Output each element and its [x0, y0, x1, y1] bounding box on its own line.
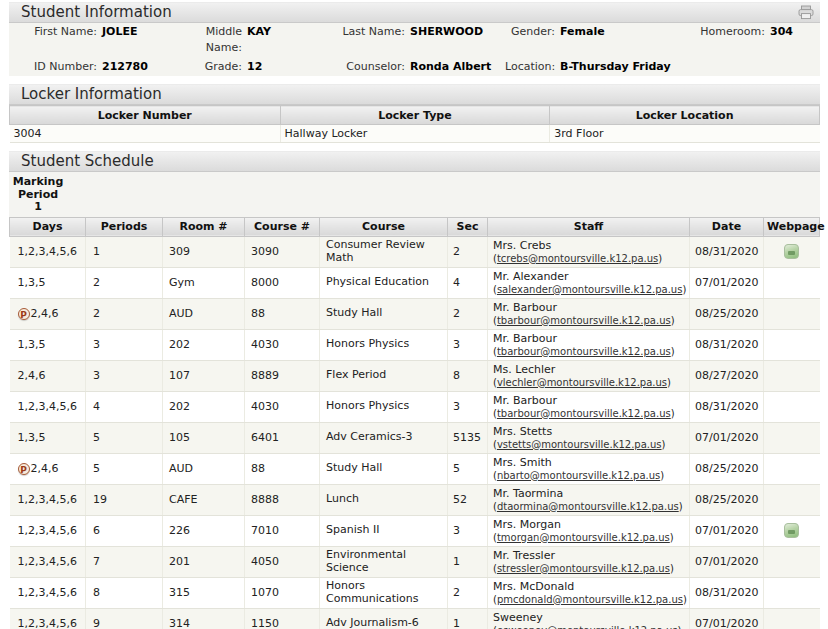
- locker-information-header: Locker Information: [9, 84, 820, 105]
- webpage-cell: [764, 546, 820, 577]
- days-value: 2,4,6: [31, 307, 59, 320]
- date-cell: 07/01/2020: [690, 422, 764, 453]
- staff-email-link[interactable]: dtaormina@montoursville.k12.pa.us: [497, 501, 679, 512]
- staff-email-link[interactable]: tbarbour@montoursville.k12.pa.us: [497, 346, 671, 357]
- days-cell: 1,2,3,4,5,6: [10, 546, 86, 577]
- locker-number-header: Locker Number: [10, 106, 281, 125]
- staff-name: Mrs. McDonald: [493, 580, 687, 593]
- webpage-cell: [764, 329, 820, 360]
- table-row: 1,2,3,4,5,6 9 314 1150 Adv Journalism-6 …: [10, 608, 820, 629]
- staff-header: Staff: [488, 217, 690, 236]
- first-name-value: JOLEE: [102, 23, 167, 57]
- period-cell: 19: [86, 484, 163, 515]
- middle-name-value: KAY: [247, 23, 332, 57]
- staff-cell: Mr. Barbour (tbarbour@montoursville.k12.…: [488, 391, 690, 422]
- table-row: 1,2,3,4,5,6 6 226 7010 Spanish II 3 Mrs.…: [10, 515, 820, 546]
- webpage-cell: [764, 236, 820, 267]
- table-row: 2,4,6 3 107 8889 Flex Period 8 Ms. Lechl…: [10, 360, 820, 391]
- staff-cell: Mr. Barbour (tbarbour@montoursville.k12.…: [488, 298, 690, 329]
- course-cell: Honors Communications: [320, 577, 448, 608]
- room-cell: 309: [163, 236, 245, 267]
- course-number-cell: 1150: [245, 608, 320, 629]
- course-cell: Adv Journalism-6: [320, 608, 448, 629]
- webpage-cell: [764, 453, 820, 484]
- course-cell: Spanish II: [320, 515, 448, 546]
- days-cell: 1,2,3,4,5,6: [10, 515, 86, 546]
- staff-cell: Mrs. McDonald (pmcdonald@montoursville.k…: [488, 577, 690, 608]
- days-value: 2,4,6: [31, 462, 59, 475]
- staff-email-link[interactable]: esweeney@montoursville.k12.pa.us: [497, 625, 678, 629]
- staff-email-link[interactable]: stressler@montoursville.k12.pa.us: [497, 563, 670, 574]
- field-label: ID Number:: [9, 58, 102, 76]
- date-cell: 08/31/2020: [690, 329, 764, 360]
- room-cell: 202: [163, 391, 245, 422]
- locker-location-cell: 3rd Floor: [550, 125, 820, 143]
- webpage-icon[interactable]: [784, 523, 799, 538]
- days-cell: P2,4,6: [10, 453, 86, 484]
- days-cell: 2,4,6: [10, 360, 86, 391]
- course-number-cell: 3090: [245, 236, 320, 267]
- counselor-value: Ronda Albert: [410, 58, 505, 76]
- student-schedule-header: Student Schedule: [9, 151, 820, 172]
- table-row: P2,4,6 5 AUD 88 Study Hall 5 Mrs. Smith …: [10, 453, 820, 484]
- printer-icon[interactable]: [798, 5, 814, 20]
- days-value: 1,2,3,4,5,6: [18, 617, 77, 629]
- days-value: 1,3,5: [18, 338, 46, 351]
- field-label: First Name:: [9, 23, 102, 57]
- period-cell: 3: [86, 360, 163, 391]
- student-record-page: Student Information First Name: JOLEE Mi…: [0, 0, 828, 629]
- published-flag-icon: P: [18, 308, 30, 320]
- room-cell: 107: [163, 360, 245, 391]
- staff-email-link[interactable]: vlechler@montoursville.k12.pa.us: [497, 377, 667, 388]
- field-value: [770, 58, 820, 76]
- staff-name: Mr. Alexander: [493, 270, 687, 283]
- published-flag-icon: P: [18, 463, 30, 475]
- locker-table: Locker Number Locker Type Locker Locatio…: [9, 105, 820, 143]
- staff-cell: Mr. Alexander (salexander@montoursville.…: [488, 267, 690, 298]
- staff-email-link[interactable]: tcrebs@montoursville.k12.pa.us: [497, 253, 658, 264]
- staff-name: Mr. Barbour: [493, 394, 687, 407]
- table-row: P2,4,6 2 AUD 88 Study Hall 2 Mr. Barbour…: [10, 298, 820, 329]
- field-label: Location:: [505, 58, 560, 76]
- date-cell: 07/01/2020: [690, 546, 764, 577]
- staff-name: Mr. Tressler: [493, 549, 687, 562]
- table-row: 1,3,5 5 105 6401 Adv Ceramics-3 5135 Mrs…: [10, 422, 820, 453]
- staff-email-link[interactable]: tbarbour@montoursville.k12.pa.us: [497, 315, 671, 326]
- room-cell: AUD: [163, 298, 245, 329]
- course-number-cell: 8889: [245, 360, 320, 391]
- staff-email-link[interactable]: tmorgan@montoursville.k12.pa.us: [497, 532, 670, 543]
- course-cell: Flex Period: [320, 360, 448, 391]
- date-cell: 08/27/2020: [690, 360, 764, 391]
- sec-cell: 8: [448, 360, 488, 391]
- staff-name: Mrs. Crebs: [493, 239, 687, 252]
- period-cell: 6: [86, 515, 163, 546]
- days-value: 2,4,6: [18, 369, 46, 382]
- staff-email-link[interactable]: pmcdonald@montoursville.k12.pa.us: [497, 594, 683, 605]
- webpage-icon[interactable]: [784, 244, 799, 259]
- field-label: [700, 58, 770, 76]
- staff-email-link[interactable]: tbarbour@montoursville.k12.pa.us: [497, 408, 671, 419]
- days-value: 1,2,3,4,5,6: [18, 400, 77, 413]
- period-cell: 9: [86, 608, 163, 629]
- staff-cell: Mrs. Crebs (tcrebs@montoursville.k12.pa.…: [488, 236, 690, 267]
- sec-header: Sec: [448, 217, 488, 236]
- period-cell: 7: [86, 546, 163, 577]
- staff-name: Mrs. Stetts: [493, 425, 687, 438]
- locker-location-header: Locker Location: [550, 106, 820, 125]
- staff-email-link[interactable]: nbarto@montoursville.k12.pa.us: [497, 470, 660, 481]
- section-title: Student Schedule: [21, 152, 154, 170]
- course-number-cell: 7010: [245, 515, 320, 546]
- webpage-cell: [764, 484, 820, 515]
- days-header: Days: [10, 217, 86, 236]
- marking-period-number: 1: [9, 201, 67, 214]
- course-header: Course: [320, 217, 448, 236]
- days-cell: 1,2,3,4,5,6: [10, 236, 86, 267]
- marking-period-block: Marking Period 1: [9, 172, 820, 217]
- staff-email-link[interactable]: salexander@montoursville.k12.pa.us: [497, 284, 682, 295]
- period-cell: 2: [86, 298, 163, 329]
- staff-name: Sweeney: [493, 611, 687, 624]
- course-number-cell: 8000: [245, 267, 320, 298]
- staff-email-link[interactable]: vstetts@montoursville.k12.pa.us: [497, 439, 662, 450]
- room-cell: 105: [163, 422, 245, 453]
- webpage-cell: [764, 577, 820, 608]
